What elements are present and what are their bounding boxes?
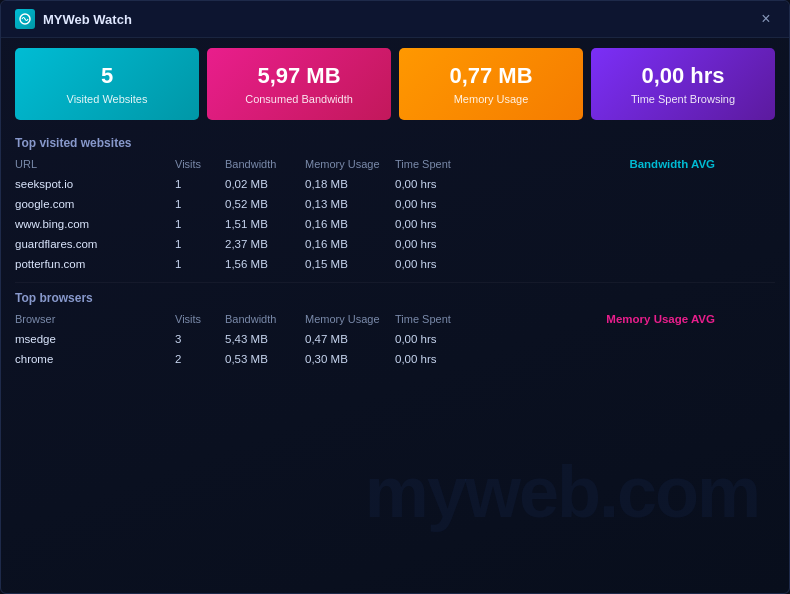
col-avg-header: Bandwidth AVG — [475, 156, 775, 174]
top-websites-title: Top visited websites — [15, 136, 775, 150]
cell-bandwidth: 2,37 MB — [225, 234, 305, 254]
table-row: chrome 2 0,53 MB 0,30 MB 0,00 hrs — [15, 349, 775, 369]
cell-browser: msedge — [15, 329, 175, 349]
stat-value-bandwidth: 5,97 MB — [257, 63, 340, 89]
cell-visits: 1 — [175, 234, 225, 254]
cell-url: www.bing.com — [15, 214, 175, 234]
stat-value-visited: 5 — [101, 63, 113, 89]
stat-label-bandwidth: Consumed Bandwidth — [245, 93, 353, 105]
cell-memory: 0,15 MB — [305, 254, 395, 274]
cell-bandwidth: 0,02 MB — [225, 174, 305, 194]
stats-row: 5 Visited Websites 5,97 MB Consumed Band… — [1, 38, 789, 128]
close-button[interactable]: × — [757, 10, 775, 28]
cell-time: 0,00 hrs — [395, 349, 475, 369]
section-divider — [15, 282, 775, 283]
col-bandwidth: Bandwidth — [225, 156, 305, 174]
cell-url: google.com — [15, 194, 175, 214]
table-row: msedge 3 5,43 MB 0,47 MB 0,00 hrs — [15, 329, 775, 349]
app-window: myweb.com MYWeb Watch × 5 Visited Websit… — [0, 0, 790, 594]
app-icon — [15, 9, 35, 29]
top-browsers-title: Top browsers — [15, 291, 775, 305]
stat-card-bandwidth: 5,97 MB Consumed Bandwidth — [207, 48, 391, 120]
cell-memory: 0,18 MB — [305, 174, 395, 194]
cell-memory: 0,13 MB — [305, 194, 395, 214]
cell-time: 0,00 hrs — [395, 214, 475, 234]
content-area: Top visited websites URL Visits Bandwidt… — [1, 128, 789, 593]
cell-visits: 1 — [175, 174, 225, 194]
stat-label-visited: Visited Websites — [67, 93, 148, 105]
stat-card-visited: 5 Visited Websites — [15, 48, 199, 120]
cell-time: 0,00 hrs — [395, 254, 475, 274]
col-browser: Browser — [15, 311, 175, 329]
cell-memory: 0,16 MB — [305, 234, 395, 254]
col-url: URL — [15, 156, 175, 174]
cell-bandwidth: 0,53 MB — [225, 349, 305, 369]
table-row: guardflares.com 1 2,37 MB 0,16 MB 0,00 h… — [15, 234, 775, 254]
cell-memory: 0,16 MB — [305, 214, 395, 234]
col-visits: Visits — [175, 156, 225, 174]
top-browsers-container: Browser Visits Bandwidth Memory Usage Ti… — [15, 311, 775, 369]
cell-url: guardflares.com — [15, 234, 175, 254]
table-row: seekspot.io 1 0,02 MB 0,18 MB 0,00 hrs — [15, 174, 775, 194]
top-websites-table: URL Visits Bandwidth Memory Usage Time S… — [15, 156, 775, 274]
title-bar: MYWeb Watch × — [1, 1, 789, 38]
cell-bandwidth: 0,52 MB — [225, 194, 305, 214]
cell-visits: 3 — [175, 329, 225, 349]
cell-visits: 2 — [175, 349, 225, 369]
cell-visits: 1 — [175, 254, 225, 274]
stat-card-memory: 0,77 MB Memory Usage — [399, 48, 583, 120]
col-browser-time: Time Spent — [395, 311, 475, 329]
top-websites-container: URL Visits Bandwidth Memory Usage Time S… — [15, 156, 775, 274]
cell-visits: 1 — [175, 194, 225, 214]
table-row: www.bing.com 1 1,51 MB 0,16 MB 0,00 hrs — [15, 214, 775, 234]
stat-label-time: Time Spent Browsing — [631, 93, 735, 105]
cell-time: 0,00 hrs — [395, 194, 475, 214]
stat-card-time: 0,00 hrs Time Spent Browsing — [591, 48, 775, 120]
cell-memory: 0,30 MB — [305, 349, 395, 369]
col-browser-memory: Memory Usage — [305, 311, 395, 329]
col-browser-bandwidth: Bandwidth — [225, 311, 305, 329]
websites-header-row: URL Visits Bandwidth Memory Usage Time S… — [15, 156, 775, 174]
cell-visits: 1 — [175, 214, 225, 234]
cell-browser: chrome — [15, 349, 175, 369]
cell-memory: 0,47 MB — [305, 329, 395, 349]
cell-bandwidth: 1,56 MB — [225, 254, 305, 274]
stat-label-memory: Memory Usage — [454, 93, 529, 105]
col-memory-avg-header: Memory Usage AVG — [475, 311, 775, 329]
cell-url: seekspot.io — [15, 174, 175, 194]
col-browser-visits: Visits — [175, 311, 225, 329]
col-memory: Memory Usage — [305, 156, 395, 174]
title-bar-left: MYWeb Watch — [15, 9, 132, 29]
top-browsers-table: Browser Visits Bandwidth Memory Usage Ti… — [15, 311, 775, 369]
stat-value-memory: 0,77 MB — [449, 63, 532, 89]
cell-time: 0,00 hrs — [395, 329, 475, 349]
table-row: potterfun.com 1 1,56 MB 0,15 MB 0,00 hrs — [15, 254, 775, 274]
col-time: Time Spent — [395, 156, 475, 174]
cell-time: 0,00 hrs — [395, 234, 475, 254]
browsers-header-row: Browser Visits Bandwidth Memory Usage Ti… — [15, 311, 775, 329]
cell-bandwidth: 5,43 MB — [225, 329, 305, 349]
stat-value-time: 0,00 hrs — [641, 63, 724, 89]
cell-time: 0,00 hrs — [395, 174, 475, 194]
cell-url: potterfun.com — [15, 254, 175, 274]
cell-bandwidth: 1,51 MB — [225, 214, 305, 234]
app-title: MYWeb Watch — [43, 12, 132, 27]
table-row: google.com 1 0,52 MB 0,13 MB 0,00 hrs — [15, 194, 775, 214]
